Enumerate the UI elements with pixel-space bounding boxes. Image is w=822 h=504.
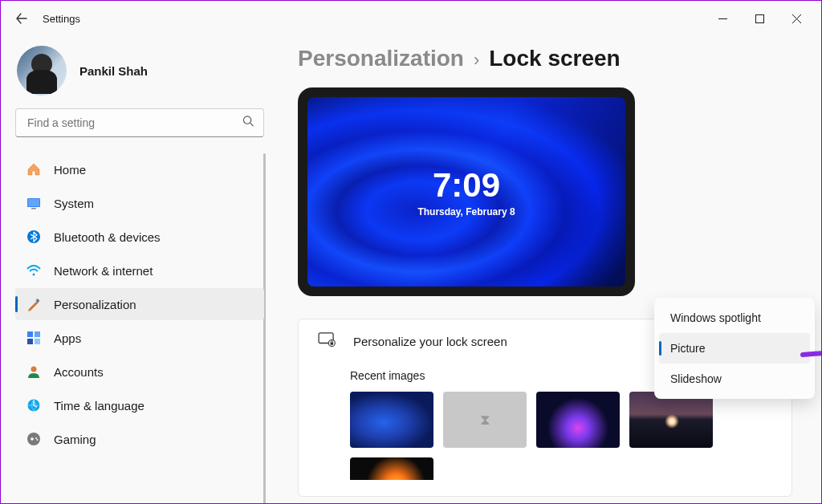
sidebar-item-personalization[interactable]: Personalization [15,288,264,320]
svg-rect-11 [35,339,40,344]
sidebar-item-gaming[interactable]: Gaming [15,423,264,455]
dropdown-option-label: Windows spotlight [670,311,761,324]
picture-lock-icon [318,332,336,350]
sidebar-item-label: Apps [54,331,81,345]
scrollbar[interactable] [263,153,266,504]
accounts-icon [26,364,41,379]
sidebar-item-bluetooth[interactable]: Bluetooth & devices [15,221,264,253]
background-type-dropdown: Windows spotlight Picture Slideshow [654,298,815,399]
svg-rect-19 [331,343,334,345]
breadcrumb-parent[interactable]: Personalization [298,46,464,71]
recent-image-thumb[interactable]: ⧗ [443,392,527,448]
sidebar-item-label: System [54,197,94,210]
back-button[interactable] [7,4,36,33]
svg-rect-9 [35,331,40,337]
sidebar-item-label: Personalization [54,298,136,311]
window-title: Settings [43,13,80,25]
personalization-icon [26,297,41,311]
dropdown-option-windows-spotlight[interactable]: Windows spotlight [659,303,810,333]
sidebar-item-accounts[interactable]: Accounts [15,356,264,388]
chevron-right-icon: › [474,50,479,71]
sidebar: Pankil Shah Home System Bluetooth & devi… [1,36,279,503]
sidebar-item-apps[interactable]: Apps [15,322,264,354]
svg-rect-10 [27,339,33,344]
system-icon [26,196,41,210]
maximize-button[interactable] [741,6,778,31]
recent-image-thumb[interactable] [629,392,713,448]
close-icon [792,14,801,23]
dropdown-option-label: Picture [670,342,706,355]
svg-point-15 [35,437,37,439]
window-controls [704,6,815,31]
back-arrow-icon [15,12,28,25]
sidebar-item-system[interactable]: System [15,187,264,219]
preview-time: 7:09 [433,166,500,205]
recent-image-thumb[interactable] [350,457,433,480]
title-bar: Settings [1,1,821,36]
svg-point-12 [31,367,37,372]
sidebar-item-label: Home [54,163,86,177]
breadcrumb: Personalization › Lock screen [298,46,792,71]
close-button[interactable] [778,6,815,31]
dropdown-option-picture[interactable]: Picture [659,333,810,364]
apps-icon [26,331,41,345]
sidebar-item-network[interactable]: Network & internet [15,254,264,287]
avatar [17,46,67,96]
card-title: Personalize your lock screen [353,335,507,348]
recent-images-row: ⧗ [350,392,772,448]
hourglass-icon: ⧗ [480,412,490,429]
maximize-icon [755,14,764,23]
time-language-icon [26,398,41,413]
dropdown-option-slideshow[interactable]: Slideshow [659,364,810,394]
search-input[interactable] [15,108,264,137]
home-icon [26,162,41,177]
recent-image-thumb[interactable] [536,392,620,448]
sidebar-item-label: Gaming [54,433,96,446]
minimize-icon [718,14,727,23]
dropdown-option-label: Slideshow [670,372,722,385]
lock-screen-preview: 7:09 Thursday, February 8 [298,87,635,296]
svg-rect-4 [31,208,36,209]
svg-rect-3 [28,199,39,206]
sidebar-item-time-language[interactable]: Time & language [15,389,264,421]
wifi-icon [26,263,41,278]
recent-images-row-2 [350,457,772,480]
search-box [15,108,264,137]
user-profile[interactable]: Pankil Shah [15,46,264,96]
search-icon [242,116,254,131]
sidebar-item-label: Accounts [54,365,104,379]
user-name: Pankil Shah [79,64,148,78]
gaming-icon [26,432,41,446]
sidebar-item-label: Network & internet [54,264,153,278]
sidebar-item-label: Bluetooth & devices [54,230,161,244]
main-content: Personalization › Lock screen 7:09 Thurs… [279,36,821,503]
breadcrumb-current: Lock screen [489,46,620,71]
bluetooth-icon [26,230,41,244]
preview-date: Thursday, February 8 [417,206,515,217]
svg-point-16 [37,439,39,441]
recent-image-thumb[interactable] [350,392,433,448]
svg-rect-0 [755,14,763,22]
nav-list: Home System Bluetooth & devices Network … [15,153,264,457]
preview-screen: 7:09 Thursday, February 8 [307,97,625,287]
sidebar-item-label: Time & language [54,399,144,413]
svg-point-1 [243,116,250,124]
minimize-button[interactable] [704,6,741,31]
svg-rect-8 [27,331,33,337]
svg-point-6 [33,274,35,276]
sidebar-item-home[interactable]: Home [15,153,264,185]
